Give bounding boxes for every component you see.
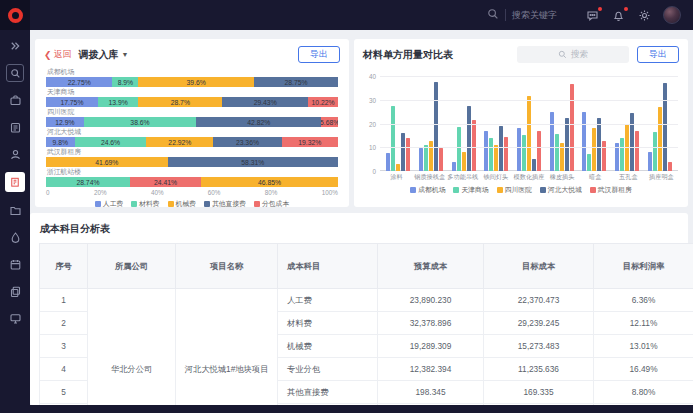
bar[interactable] [537, 131, 541, 171]
bar[interactable] [504, 137, 508, 171]
bar-segment[interactable]: 17.75% [46, 97, 98, 107]
bar[interactable] [434, 82, 438, 171]
legend-item[interactable]: 机械费 [168, 199, 196, 209]
bar[interactable] [635, 131, 639, 171]
bar-segment[interactable]: 39.6% [138, 77, 254, 87]
bar-segment[interactable]: 28.7% [138, 97, 222, 107]
bar[interactable] [457, 127, 461, 171]
bar[interactable] [472, 120, 476, 171]
legend-item[interactable]: 材料费 [131, 199, 159, 209]
bar[interactable] [494, 145, 498, 171]
bar[interactable] [391, 106, 395, 171]
legend-item[interactable]: 四川医院 [497, 185, 532, 195]
bar-segment[interactable]: 24.6% [75, 137, 147, 147]
back-button[interactable]: ❮ 返回 [44, 48, 72, 61]
bar[interactable] [386, 153, 390, 171]
legend-swatch [410, 187, 416, 193]
chevron-down-icon[interactable]: ▼ [122, 51, 129, 58]
bar-segment[interactable]: 10.22% [308, 97, 338, 107]
bar-segment[interactable]: 29.43% [222, 97, 308, 107]
bar[interactable] [517, 128, 521, 171]
bar[interactable] [602, 141, 606, 171]
legend-item[interactable]: 分包成本 [254, 199, 289, 209]
bar[interactable] [499, 126, 503, 171]
bar-segment[interactable]: 12.9% [46, 117, 84, 127]
legend-item[interactable]: 成都机场 [410, 185, 445, 195]
sidebar-item-droplet[interactable] [6, 228, 24, 246]
bar[interactable] [663, 83, 667, 171]
bar-segment[interactable]: 22.92% [146, 137, 213, 147]
bar-segment[interactable]: 42.82% [196, 117, 321, 127]
user-avatar[interactable] [663, 6, 681, 24]
sidebar-item-monitor[interactable] [6, 309, 24, 327]
message-icon[interactable] [585, 8, 600, 23]
bar[interactable] [555, 134, 559, 171]
app-logo[interactable] [0, 0, 30, 30]
bar-segment[interactable]: 58.31% [168, 157, 338, 167]
bar[interactable] [630, 113, 634, 171]
bar[interactable] [396, 164, 400, 171]
category-label: 暗盒 [579, 173, 612, 182]
bar[interactable] [527, 96, 531, 171]
sidebar-item-folder[interactable] [6, 201, 24, 219]
export-button-right[interactable]: 导出 [637, 46, 679, 63]
sidebar-item-user[interactable] [6, 145, 24, 163]
bar[interactable] [597, 118, 601, 171]
bar[interactable] [587, 154, 591, 171]
bar[interactable] [582, 112, 586, 171]
bar[interactable] [570, 84, 574, 171]
legend-item[interactable]: 其他直接费 [204, 199, 246, 209]
bar[interactable] [565, 118, 569, 171]
global-search[interactable]: 搜索关键字 [487, 8, 557, 22]
bar[interactable] [424, 145, 428, 171]
panel-search-input[interactable]: 搜索 [517, 46, 629, 63]
export-button-left[interactable]: 导出 [298, 46, 340, 63]
bar[interactable] [653, 132, 657, 171]
bar[interactable] [668, 162, 672, 172]
bell-icon[interactable] [611, 8, 626, 23]
bar[interactable] [462, 152, 466, 171]
bar[interactable] [532, 159, 536, 171]
bar-segment[interactable]: 41.69% [46, 157, 168, 167]
bar-segment[interactable]: 28.75% [254, 77, 338, 87]
bar[interactable] [522, 135, 526, 171]
bar-segment[interactable]: 22.75% [46, 77, 112, 87]
bar-segment[interactable]: 38.6% [84, 117, 197, 127]
bar[interactable] [439, 148, 443, 171]
legend-item[interactable]: 天津商场 [453, 185, 488, 195]
expand-icon[interactable] [6, 37, 24, 55]
bar[interactable] [550, 112, 554, 171]
bar[interactable] [620, 138, 624, 171]
sidebar-item-clipboard[interactable] [6, 118, 24, 136]
bar-segment[interactable]: 8.9% [112, 77, 138, 87]
bar-segment[interactable]: 24.41% [130, 177, 201, 187]
legend-item[interactable]: 河北大悦城 [540, 185, 582, 195]
bar-segment[interactable]: 28.74% [46, 177, 130, 187]
bar[interactable] [467, 106, 471, 171]
bar[interactable] [401, 133, 405, 171]
bar-segment[interactable]: 5.68% [321, 117, 338, 127]
sidebar-item-cost-active[interactable] [5, 172, 25, 192]
bar[interactable] [489, 138, 493, 171]
gear-icon[interactable] [637, 8, 652, 23]
bar[interactable] [648, 152, 652, 171]
bar-segment[interactable]: 9.8% [46, 137, 75, 147]
legend-item[interactable]: 武汉群租房 [590, 185, 632, 195]
bar[interactable] [419, 148, 423, 171]
sidebar-item-search[interactable] [6, 64, 24, 82]
legend-item[interactable]: 人工费 [95, 199, 123, 209]
bar[interactable] [406, 138, 410, 171]
bar-segment[interactable]: 46.85% [201, 177, 338, 187]
sidebar-item-briefcase[interactable] [6, 91, 24, 109]
cell-target: 22,370.473 [484, 289, 594, 312]
bar[interactable] [452, 162, 456, 172]
bar-segment[interactable]: 23.36% [213, 137, 281, 147]
bar[interactable] [592, 128, 596, 171]
bar-segment[interactable]: 19.32% [282, 137, 338, 147]
sidebar-item-calendar[interactable] [6, 255, 24, 273]
bar[interactable] [658, 107, 662, 171]
bar-segment[interactable]: 13.9% [98, 97, 139, 107]
sidebar-item-copy[interactable] [6, 282, 24, 300]
bar[interactable] [484, 131, 488, 171]
bar[interactable] [429, 141, 433, 171]
